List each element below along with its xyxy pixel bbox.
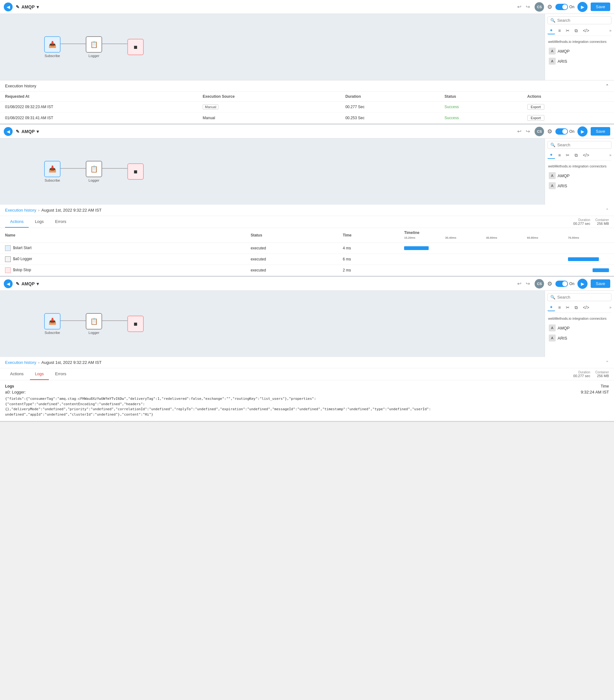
- sidebar-item-aris-3[interactable]: A ARIS: [548, 333, 612, 343]
- connector-3a: [61, 320, 86, 321]
- breadcrumb-link-3[interactable]: Execution history: [5, 360, 36, 365]
- topbar-actions-2: ↩ ↪ CS ⚙ On ▶ Save: [516, 126, 610, 137]
- run-button-1[interactable]: ▶: [577, 2, 588, 12]
- sidebar-tab-code-2[interactable]: </>: [581, 152, 591, 159]
- meta-duration-value-2: 00.277 sec: [573, 222, 590, 225]
- breadcrumb-link-2[interactable]: Execution history: [5, 208, 36, 213]
- breadcrumb-current-2: August 1st, 2022 9:32:22 AM IST: [41, 208, 102, 213]
- sidebar-item-amqp-3[interactable]: A AMQP: [548, 323, 612, 333]
- detail-tab-logs-3[interactable]: Logs: [30, 368, 49, 380]
- sidebar-tab-connectors-3[interactable]: ✦: [548, 304, 555, 311]
- run-button-2[interactable]: ▶: [577, 126, 588, 137]
- sidebar-expand-1[interactable]: »: [609, 28, 612, 33]
- save-button-2[interactable]: Save: [591, 127, 610, 136]
- sidebar-tabs-1: ✦ ≡ ✂ ⧉ </> »: [548, 27, 612, 36]
- gear-button-1[interactable]: ⚙: [547, 3, 552, 10]
- sidebar-tab-tools-3[interactable]: ✂: [564, 304, 572, 311]
- detail-tab-actions-2[interactable]: Actions: [5, 216, 29, 228]
- run-button-3[interactable]: ▶: [577, 279, 588, 289]
- workflow-dropdown-arrow-2[interactable]: ▾: [37, 129, 39, 134]
- back-button-3[interactable]: ◀: [4, 279, 13, 288]
- toggle-3[interactable]: [555, 280, 568, 287]
- undo-button-2[interactable]: ↩: [516, 128, 523, 135]
- export-button-1-1[interactable]: Export: [527, 115, 544, 121]
- detail-tab-errors-3[interactable]: Errors: [50, 368, 71, 380]
- back-button-1[interactable]: ◀: [4, 2, 13, 11]
- sidebar-tabs-3: ✦ ≡ ✂ ⧉ </> »: [548, 304, 612, 313]
- sidebar-tab-code-1[interactable]: </>: [581, 27, 591, 34]
- back-button-2[interactable]: ◀: [4, 127, 13, 136]
- panel-1: ◀ ✎ AMQP ▾ ↩ ↪ CS ⚙ On ▶ Save 📥 S: [0, 0, 614, 125]
- detail-tab-actions-3[interactable]: Actions: [5, 368, 29, 380]
- detail-tab-logs-2[interactable]: Logs: [30, 216, 49, 228]
- sidebar-item-aris-2[interactable]: A ARIS: [548, 181, 612, 191]
- toggle-2[interactable]: [555, 128, 568, 135]
- sidebar-tab-connectors-2[interactable]: ✦: [548, 151, 555, 159]
- toggle-label-2: On: [569, 129, 574, 134]
- undo-button-3[interactable]: ↩: [516, 280, 523, 287]
- node-subscribe-3[interactable]: 📥 Subscribe: [44, 313, 61, 335]
- redo-button-1[interactable]: ↪: [524, 3, 532, 10]
- toggle-1[interactable]: [555, 4, 568, 10]
- amqp-label-2: AMQP: [558, 173, 570, 178]
- node-stop-1[interactable]: ■: [127, 39, 144, 55]
- action-name-2-1: $a0 Logger: [0, 254, 245, 265]
- tl-mark-1: 15.20ms: [404, 236, 445, 239]
- sidebar-tabs-2: ✦ ≡ ✂ ⧉ </> »: [548, 151, 612, 161]
- sidebar-tab-flow-3[interactable]: ≡: [556, 304, 563, 311]
- breadcrumb-collapse-2[interactable]: ⌃: [605, 208, 609, 213]
- search-input-1[interactable]: [557, 18, 609, 23]
- sidebar-tab-copy-1[interactable]: ⧉: [573, 27, 580, 34]
- canvas-3: 📥 Subscribe 📋 Logger ■ 🔍 ✦ ≡ ✂: [0, 291, 614, 357]
- export-button-1-0[interactable]: Export: [527, 104, 544, 110]
- exec-history-header-1[interactable]: Execution history ⌃: [0, 80, 614, 92]
- sidebar-expand-2[interactable]: »: [609, 153, 612, 157]
- sidebar-tab-copy-2[interactable]: ⧉: [573, 152, 580, 159]
- workflow-name-2[interactable]: ✎ AMQP ▾: [16, 129, 39, 134]
- node-subscribe-1[interactable]: 📥 Subscribe: [44, 36, 61, 58]
- search-input-3[interactable]: [557, 295, 609, 300]
- exec-history-1: Execution history ⌃ Requested At Executi…: [0, 80, 614, 124]
- gear-button-3[interactable]: ⚙: [547, 280, 552, 287]
- search-icon-2: 🔍: [550, 142, 555, 147]
- undo-button-1[interactable]: ↩: [516, 3, 523, 10]
- node-logger-3[interactable]: 📋 Logger: [86, 313, 102, 335]
- sidebar-item-amqp-2[interactable]: A AMQP: [548, 171, 612, 181]
- col-requested-at-1: Requested At: [0, 92, 197, 101]
- node-logger-1[interactable]: 📋 Logger: [86, 36, 102, 58]
- detail-tab-errors-2[interactable]: Errors: [50, 216, 71, 228]
- connector-3b: [102, 320, 127, 321]
- workflow-dropdown-arrow-1[interactable]: ▾: [37, 4, 39, 10]
- redo-button-3[interactable]: ↪: [524, 280, 532, 287]
- breadcrumb-collapse-3[interactable]: ⌃: [605, 360, 609, 365]
- sidebar-tab-tools-2[interactable]: ✂: [564, 152, 572, 159]
- sidebar-tab-copy-3[interactable]: ⧉: [573, 304, 580, 311]
- workflow-dropdown-arrow-3[interactable]: ▾: [37, 281, 39, 286]
- node-subscribe-2[interactable]: 📥 Subscribe: [44, 161, 61, 182]
- workflow-name-1[interactable]: ✎ AMQP ▾: [16, 4, 39, 10]
- gear-button-2[interactable]: ⚙: [547, 128, 552, 135]
- sidebar-item-amqp-1[interactable]: A AMQP: [548, 46, 612, 56]
- sidebar-expand-3[interactable]: »: [609, 305, 612, 310]
- node-logger-2[interactable]: 📋 Logger: [86, 161, 102, 182]
- sidebar-tab-flow-2[interactable]: ≡: [556, 152, 563, 159]
- subscribe-icon-3: 📥: [44, 313, 61, 329]
- exec-history-collapse-1[interactable]: ⌃: [605, 84, 609, 88]
- sidebar-tab-connectors-1[interactable]: ✦: [548, 27, 555, 34]
- save-button-3[interactable]: Save: [591, 279, 610, 288]
- meta-container-value-2: 256 MB: [597, 222, 609, 225]
- panel-3: ◀ ✎ AMQP ▾ ↩ ↪ CS ⚙ On ▶ Save 📥 S: [0, 277, 614, 422]
- sidebar-item-aris-1[interactable]: A ARIS: [548, 56, 612, 66]
- logger-label-1: Logger: [89, 54, 99, 58]
- amqp-icon-2: A: [549, 172, 556, 179]
- sidebar-tab-flow-1[interactable]: ≡: [556, 27, 563, 34]
- sidebar-tab-tools-1[interactable]: ✂: [564, 27, 572, 34]
- node-stop-3[interactable]: ■: [127, 316, 144, 332]
- redo-button-2[interactable]: ↪: [524, 128, 532, 135]
- save-button-1[interactable]: Save: [591, 2, 610, 11]
- workflow-name-3[interactable]: ✎ AMQP ▾: [16, 281, 39, 286]
- sidebar-tab-code-3[interactable]: </>: [581, 304, 591, 311]
- search-input-2[interactable]: [557, 142, 609, 147]
- action-time-2-2: 2 ms: [337, 265, 399, 276]
- node-stop-2[interactable]: ■: [127, 163, 144, 180]
